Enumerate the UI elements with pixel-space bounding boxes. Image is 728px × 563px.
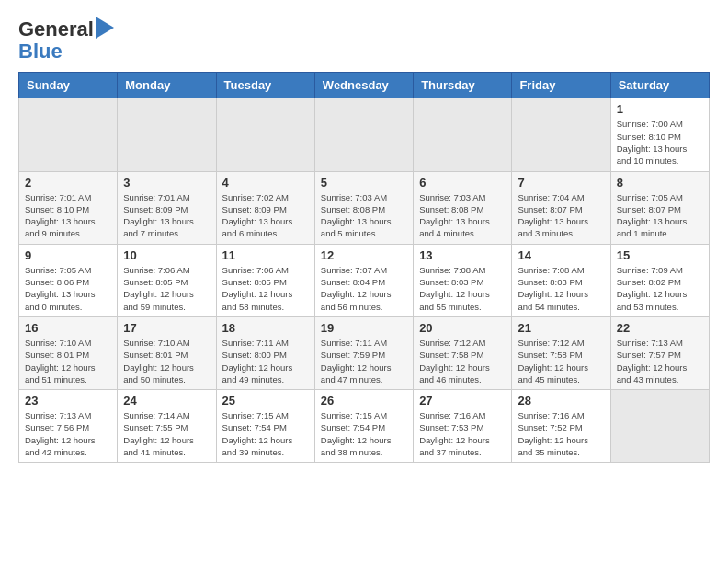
day-number: 26 xyxy=(321,394,407,408)
day-info: Sunrise: 7:12 AM Sunset: 7:58 PM Dayligh… xyxy=(419,337,506,385)
calendar-cell: 17Sunrise: 7:10 AM Sunset: 8:01 PM Dayli… xyxy=(118,316,216,389)
day-info: Sunrise: 7:06 AM Sunset: 8:05 PM Dayligh… xyxy=(123,264,210,313)
day-number: 1 xyxy=(617,102,703,116)
calendar-cell: 10Sunrise: 7:06 AM Sunset: 8:05 PM Dayli… xyxy=(118,244,216,316)
calendar-cell: 12Sunrise: 7:07 AM Sunset: 8:04 PM Dayli… xyxy=(314,244,413,316)
svg-marker-0 xyxy=(96,17,114,39)
calendar-cell xyxy=(512,98,610,171)
calendar-cell: 27Sunrise: 7:16 AM Sunset: 7:53 PM Dayli… xyxy=(414,390,512,463)
calendar-cell: 11Sunrise: 7:06 AM Sunset: 8:05 PM Dayli… xyxy=(216,244,314,316)
day-number: 4 xyxy=(222,176,309,190)
day-number: 5 xyxy=(321,176,407,190)
day-info: Sunrise: 7:11 AM Sunset: 8:00 PM Dayligh… xyxy=(222,337,309,385)
calendar-cell: 16Sunrise: 7:10 AM Sunset: 8:01 PM Dayli… xyxy=(19,316,118,389)
calendar-table: SundayMondayTuesdayWednesdayThursdayFrid… xyxy=(18,72,710,463)
day-number: 17 xyxy=(123,321,210,335)
calendar-week-3: 9Sunrise: 7:05 AM Sunset: 8:06 PM Daylig… xyxy=(19,244,710,316)
calendar-cell: 4Sunrise: 7:02 AM Sunset: 8:09 PM Daylig… xyxy=(216,171,314,244)
day-number: 21 xyxy=(518,321,604,335)
calendar-week-2: 2Sunrise: 7:01 AM Sunset: 8:10 PM Daylig… xyxy=(19,171,710,244)
day-info: Sunrise: 7:05 AM Sunset: 8:07 PM Dayligh… xyxy=(617,191,703,240)
calendar-cell: 9Sunrise: 7:05 AM Sunset: 8:06 PM Daylig… xyxy=(19,244,118,316)
calendar-cell xyxy=(118,98,216,171)
calendar-body: 1Sunrise: 7:00 AM Sunset: 8:10 PM Daylig… xyxy=(19,98,710,463)
calendar-cell: 20Sunrise: 7:12 AM Sunset: 7:58 PM Dayli… xyxy=(414,316,512,389)
day-number: 20 xyxy=(419,321,506,335)
weekday-header-thursday: Thursday xyxy=(414,73,512,98)
day-info: Sunrise: 7:10 AM Sunset: 8:01 PM Dayligh… xyxy=(123,337,210,385)
day-info: Sunrise: 7:12 AM Sunset: 7:58 PM Dayligh… xyxy=(518,337,604,385)
calendar-cell: 13Sunrise: 7:08 AM Sunset: 8:03 PM Dayli… xyxy=(414,244,512,316)
day-number: 22 xyxy=(617,321,703,335)
calendar-cell xyxy=(610,390,709,463)
calendar-cell: 18Sunrise: 7:11 AM Sunset: 8:00 PM Dayli… xyxy=(216,316,314,389)
day-number: 16 xyxy=(25,321,111,335)
day-info: Sunrise: 7:16 AM Sunset: 7:53 PM Dayligh… xyxy=(419,409,506,458)
day-info: Sunrise: 7:05 AM Sunset: 8:06 PM Dayligh… xyxy=(25,264,111,313)
day-info: Sunrise: 7:06 AM Sunset: 8:05 PM Dayligh… xyxy=(222,264,309,313)
calendar-week-4: 16Sunrise: 7:10 AM Sunset: 8:01 PM Dayli… xyxy=(19,316,710,389)
calendar-cell: 23Sunrise: 7:13 AM Sunset: 7:56 PM Dayli… xyxy=(19,390,118,463)
logo: General Blue xyxy=(18,18,114,63)
day-info: Sunrise: 7:13 AM Sunset: 7:57 PM Dayligh… xyxy=(617,337,703,385)
day-info: Sunrise: 7:13 AM Sunset: 7:56 PM Dayligh… xyxy=(25,409,111,458)
day-info: Sunrise: 7:09 AM Sunset: 8:02 PM Dayligh… xyxy=(617,264,703,313)
calendar-cell: 26Sunrise: 7:15 AM Sunset: 7:54 PM Dayli… xyxy=(314,390,413,463)
day-number: 6 xyxy=(419,176,506,190)
weekday-header-tuesday: Tuesday xyxy=(216,73,314,98)
day-info: Sunrise: 7:04 AM Sunset: 8:07 PM Dayligh… xyxy=(518,191,604,240)
calendar-week-1: 1Sunrise: 7:00 AM Sunset: 8:10 PM Daylig… xyxy=(19,98,710,171)
calendar-cell: 15Sunrise: 7:09 AM Sunset: 8:02 PM Dayli… xyxy=(610,244,709,316)
day-info: Sunrise: 7:10 AM Sunset: 8:01 PM Dayligh… xyxy=(25,337,111,385)
day-number: 15 xyxy=(617,248,703,262)
day-number: 9 xyxy=(25,248,111,262)
day-info: Sunrise: 7:15 AM Sunset: 7:54 PM Dayligh… xyxy=(222,409,309,458)
day-info: Sunrise: 7:15 AM Sunset: 7:54 PM Dayligh… xyxy=(321,409,407,458)
day-number: 27 xyxy=(419,394,506,408)
day-info: Sunrise: 7:08 AM Sunset: 8:03 PM Dayligh… xyxy=(419,264,506,313)
page-header: General Blue xyxy=(18,18,710,63)
calendar-cell: 19Sunrise: 7:11 AM Sunset: 7:59 PM Dayli… xyxy=(314,316,413,389)
day-number: 28 xyxy=(518,394,604,408)
calendar-cell: 22Sunrise: 7:13 AM Sunset: 7:57 PM Dayli… xyxy=(610,316,709,389)
day-number: 14 xyxy=(518,248,604,262)
calendar-header-row: SundayMondayTuesdayWednesdayThursdayFrid… xyxy=(19,73,710,98)
day-number: 19 xyxy=(321,321,407,335)
day-number: 3 xyxy=(123,176,210,190)
day-info: Sunrise: 7:11 AM Sunset: 7:59 PM Dayligh… xyxy=(321,337,407,385)
day-number: 8 xyxy=(617,176,703,190)
day-number: 11 xyxy=(222,248,309,262)
day-info: Sunrise: 7:00 AM Sunset: 8:10 PM Dayligh… xyxy=(617,118,703,167)
logo-text-blue: Blue xyxy=(18,40,63,63)
logo-text-general: General xyxy=(18,18,94,40)
calendar-cell xyxy=(216,98,314,171)
calendar-cell: 21Sunrise: 7:12 AM Sunset: 7:58 PM Dayli… xyxy=(512,316,610,389)
calendar-cell: 8Sunrise: 7:05 AM Sunset: 8:07 PM Daylig… xyxy=(610,171,709,244)
day-info: Sunrise: 7:01 AM Sunset: 8:10 PM Dayligh… xyxy=(25,191,111,240)
weekday-header-friday: Friday xyxy=(512,73,610,98)
calendar-cell: 25Sunrise: 7:15 AM Sunset: 7:54 PM Dayli… xyxy=(216,390,314,463)
day-info: Sunrise: 7:07 AM Sunset: 8:04 PM Dayligh… xyxy=(321,264,407,313)
calendar-cell xyxy=(19,98,118,171)
day-info: Sunrise: 7:08 AM Sunset: 8:03 PM Dayligh… xyxy=(518,264,604,313)
logo-icon xyxy=(96,17,114,39)
day-info: Sunrise: 7:03 AM Sunset: 8:08 PM Dayligh… xyxy=(321,191,407,240)
weekday-header-wednesday: Wednesday xyxy=(314,73,413,98)
day-info: Sunrise: 7:01 AM Sunset: 8:09 PM Dayligh… xyxy=(123,191,210,240)
calendar-cell: 5Sunrise: 7:03 AM Sunset: 8:08 PM Daylig… xyxy=(314,171,413,244)
weekday-header-sunday: Sunday xyxy=(19,73,118,98)
weekday-header-saturday: Saturday xyxy=(610,73,709,98)
weekday-header-monday: Monday xyxy=(118,73,216,98)
day-number: 13 xyxy=(419,248,506,262)
day-number: 2 xyxy=(25,176,111,190)
calendar-cell: 2Sunrise: 7:01 AM Sunset: 8:10 PM Daylig… xyxy=(19,171,118,244)
day-number: 12 xyxy=(321,248,407,262)
calendar-cell: 24Sunrise: 7:14 AM Sunset: 7:55 PM Dayli… xyxy=(118,390,216,463)
calendar-cell: 3Sunrise: 7:01 AM Sunset: 8:09 PM Daylig… xyxy=(118,171,216,244)
calendar-cell: 1Sunrise: 7:00 AM Sunset: 8:10 PM Daylig… xyxy=(610,98,709,171)
day-number: 23 xyxy=(25,394,111,408)
day-info: Sunrise: 7:14 AM Sunset: 7:55 PM Dayligh… xyxy=(123,409,210,458)
day-number: 10 xyxy=(123,248,210,262)
day-number: 7 xyxy=(518,176,604,190)
day-info: Sunrise: 7:03 AM Sunset: 8:08 PM Dayligh… xyxy=(419,191,506,240)
